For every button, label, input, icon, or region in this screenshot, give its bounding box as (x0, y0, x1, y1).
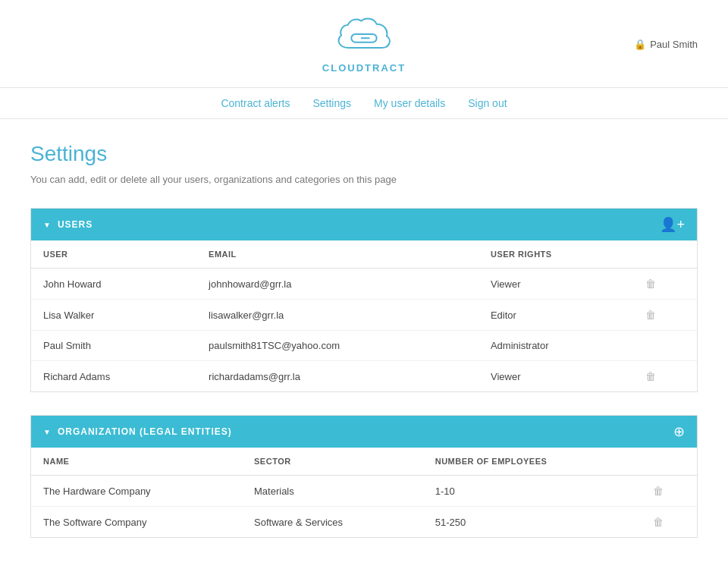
table-row: John Howard johnhoward@grr.la Viewer 🗑 (31, 269, 697, 300)
orgs-section-header-left: ▼ ORGANIZATION (LEGAL ENTITIES) (43, 426, 232, 437)
org-sector-cell: Materials (242, 476, 423, 507)
table-row: The Software Company Software & Services… (31, 507, 697, 538)
col-actions (633, 240, 697, 269)
delete-icon[interactable]: 🗑 (653, 485, 664, 497)
user-email-cell: richardadams@grr.la (196, 361, 479, 392)
chevron-down-icon: ▼ (43, 428, 52, 436)
table-row: Paul Smith paulsmith81TSC@yahoo.com Admi… (31, 331, 697, 361)
user-info: 🔒 Paul Smith (634, 38, 698, 49)
col-sector: SECTOR (242, 448, 423, 476)
nav-contract-alerts[interactable]: Contract alerts (221, 97, 290, 109)
page-subtitle: You can add, edit or delete all your use… (30, 174, 698, 185)
orgs-section-label: ORGANIZATION (LEGAL ENTITIES) (58, 426, 232, 437)
orgs-section: ▼ ORGANIZATION (LEGAL ENTITIES) ⊕ NAME S… (30, 415, 698, 538)
page-title: Settings (30, 142, 698, 166)
user-email-cell: lisawalker@grr.la (196, 300, 479, 331)
user-email-cell: paulsmith81TSC@yahoo.com (196, 331, 479, 361)
logo-icon (334, 14, 394, 59)
orgs-table: NAME SECTOR NUMBER OF EMPLOYEES The Hard… (31, 448, 697, 537)
user-delete-cell[interactable]: 🗑 (633, 361, 697, 392)
users-table: USER EMAIL USER RIGHTS John Howard johnh… (31, 240, 697, 391)
nav-my-user-details[interactable]: My user details (374, 97, 445, 109)
col-user: USER (31, 240, 196, 269)
delete-icon[interactable]: 🗑 (653, 516, 664, 528)
users-section: ▼ USERS 👤+ USER EMAIL USER RIGHTS John H… (30, 208, 698, 392)
user-name-cell: Richard Adams (31, 361, 196, 392)
col-actions (641, 448, 697, 476)
orgs-section-header: ▼ ORGANIZATION (LEGAL ENTITIES) ⊕ (31, 416, 697, 448)
user-email-cell: johnhoward@grr.la (196, 269, 479, 300)
users-section-header: ▼ USERS 👤+ (31, 209, 697, 240)
header: CLOUDTRACT 🔒 Paul Smith (0, 0, 728, 88)
org-sector-cell: Software & Services (242, 507, 423, 538)
nav-settings[interactable]: Settings (312, 97, 351, 109)
user-delete-cell (633, 331, 697, 361)
user-delete-cell[interactable]: 🗑 (633, 269, 697, 300)
table-row: Lisa Walker lisawalker@grr.la Editor 🗑 (31, 300, 697, 331)
main-content: Settings You can add, edit or delete all… (15, 119, 713, 572)
user-rights-cell: Viewer (479, 361, 634, 392)
user-name-cell: John Howard (31, 269, 196, 300)
col-employees: NUMBER OF EMPLOYEES (423, 448, 642, 476)
lock-icon: 🔒 (634, 38, 646, 49)
user-name-cell: Paul Smith (31, 331, 196, 361)
org-employees-cell: 1-10 (423, 476, 642, 507)
col-rights: USER RIGHTS (479, 240, 634, 269)
user-name-cell: Lisa Walker (31, 300, 196, 331)
logo: CLOUDTRACT (322, 14, 406, 74)
org-name-cell: The Hardware Company (31, 476, 242, 507)
users-section-label: USERS (58, 219, 93, 230)
user-rights-cell: Editor (479, 300, 634, 331)
add-org-icon[interactable]: ⊕ (673, 423, 685, 440)
delete-icon[interactable]: 🗑 (645, 370, 656, 382)
user-delete-cell[interactable]: 🗑 (633, 300, 697, 331)
logo-text: CLOUDTRACT (322, 62, 406, 74)
user-name: Paul Smith (650, 38, 698, 49)
delete-icon[interactable]: 🗑 (645, 309, 656, 321)
org-delete-cell[interactable]: 🗑 (641, 476, 697, 507)
org-employees-cell: 51-250 (423, 507, 642, 538)
delete-icon[interactable]: 🗑 (645, 278, 656, 290)
table-row: Richard Adams richardadams@grr.la Viewer… (31, 361, 697, 392)
org-name-cell: The Software Company (31, 507, 242, 538)
col-name: NAME (31, 448, 242, 476)
users-table-header-row: USER EMAIL USER RIGHTS (31, 240, 697, 269)
main-nav: Contract alerts Settings My user details… (0, 88, 728, 119)
org-delete-cell[interactable]: 🗑 (641, 507, 697, 538)
add-user-icon[interactable]: 👤+ (660, 216, 685, 233)
chevron-down-icon: ▼ (43, 221, 52, 229)
orgs-table-header-row: NAME SECTOR NUMBER OF EMPLOYEES (31, 448, 697, 476)
col-email: EMAIL (196, 240, 479, 269)
user-rights-cell: Administrator (479, 331, 634, 361)
user-rights-cell: Viewer (479, 269, 634, 300)
nav-sign-out[interactable]: Sign out (468, 97, 507, 109)
table-row: The Hardware Company Materials 1-10 🗑 (31, 476, 697, 507)
users-section-header-left: ▼ USERS (43, 219, 93, 230)
